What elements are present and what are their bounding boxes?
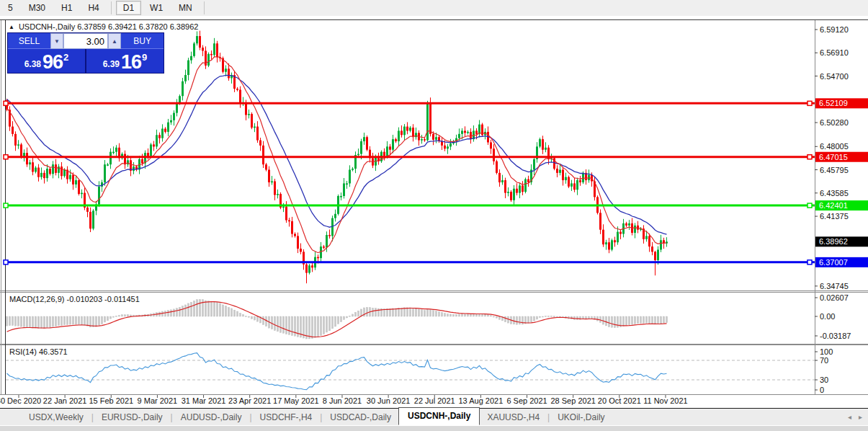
chart-ohlc-values: 6.37859 6.39421 6.37820 6.38962	[77, 22, 198, 31]
spin-up-icon: ▲	[112, 38, 117, 45]
tab-scroll-left-icon[interactable]: ◂	[848, 413, 851, 421]
timeframe-button-5[interactable]: 5	[1, 1, 20, 15]
svg-text:6.54700: 6.54700	[820, 72, 849, 81]
toolbar-separator	[111, 1, 112, 14]
svg-text:0.02607: 0.02607	[820, 293, 849, 302]
svg-text:28 Sep 2021: 28 Sep 2021	[550, 396, 595, 405]
one-click-trade-panel: SELL ▼ ▲ BUY 6.38 96 2 6.39 16 9	[7, 32, 164, 74]
svg-text:13 Aug 2021: 13 Aug 2021	[459, 396, 504, 405]
svg-text:6.42401: 6.42401	[819, 201, 848, 210]
tab-separator: |	[249, 412, 251, 422]
collapse-chart-icon[interactable]: ▲	[9, 24, 14, 30]
chart-title: ▲USDCNH-,Daily 6.37859 6.39421 6.37820 6…	[9, 22, 198, 31]
svg-text:30 Dec 2020: 30 Dec 2020	[0, 396, 41, 405]
svg-text:6 Sep 2021: 6 Sep 2021	[506, 396, 547, 405]
svg-text:23 Apr 2021: 23 Apr 2021	[228, 396, 271, 405]
buy-price-display[interactable]: 6.39 16 9	[85, 49, 164, 73]
tab-ukoil-daily[interactable]: UKOil-,Daily	[550, 410, 612, 425]
svg-text:22 Jan 2021: 22 Jan 2021	[43, 396, 87, 405]
svg-text:20 Oct 2021: 20 Oct 2021	[598, 396, 641, 405]
svg-text:8 Jun 2021: 8 Jun 2021	[323, 396, 362, 405]
timeframe-button-h4[interactable]: H4	[81, 1, 106, 15]
tab-audusd-daily[interactable]: AUDUSD-,Daily	[174, 410, 249, 425]
tab-eurusd-daily[interactable]: EURUSD-,Daily	[94, 410, 170, 425]
svg-text:6.38962: 6.38962	[819, 237, 848, 246]
svg-text:30 Jun 2021: 30 Jun 2021	[367, 396, 411, 405]
sell-price-big: 96	[42, 53, 63, 71]
svg-text:17 May 2021: 17 May 2021	[273, 396, 319, 405]
svg-text:22 Jul 2021: 22 Jul 2021	[414, 396, 455, 405]
buy-price-sup: 9	[142, 52, 147, 63]
svg-text:70: 70	[820, 356, 828, 365]
svg-text:6.48005: 6.48005	[820, 142, 849, 151]
tab-separator: |	[547, 412, 550, 422]
svg-text:6.52109: 6.52109	[819, 99, 848, 107]
tab-usdcad-daily[interactable]: USDCAD-,Daily	[323, 410, 398, 425]
tab-usdx-weekly[interactable]: USDX,Weekly	[22, 410, 91, 425]
date-axis: 30 Dec 202022 Jan 202115 Feb 20219 Mar 2…	[0, 395, 688, 405]
mt4-window: 5M30H1H4D1W1MN 6.591206.569106.547006.50…	[0, 0, 868, 431]
svg-text:0.00: 0.00	[820, 312, 835, 321]
svg-text:30: 30	[820, 376, 828, 384]
svg-text:6.43585: 6.43585	[820, 189, 849, 197]
tab-separator: |	[91, 412, 94, 422]
tabs-container: USDX,Weekly|EURUSD-,Daily|AUDUSD-,Daily|…	[22, 409, 612, 425]
svg-text:6.47015: 6.47015	[819, 153, 848, 161]
rsi-indicator-label: RSI(14) 46.3571	[9, 347, 68, 356]
sell-price-small: 6.38	[24, 59, 41, 69]
timeframe-toolbar: 5M30H1H4D1W1MN	[0, 0, 868, 17]
timeframe-button-d1[interactable]: D1	[116, 1, 141, 15]
timeframe-button-w1[interactable]: W1	[143, 1, 170, 15]
lot-decrease-button[interactable]: ▼	[50, 33, 63, 49]
buy-price-big: 16	[121, 53, 141, 71]
status-strip	[0, 425, 868, 431]
svg-text:9 Mar 2021: 9 Mar 2021	[138, 396, 178, 405]
svg-text:0: 0	[820, 386, 824, 394]
buy-button[interactable]: BUY	[121, 33, 164, 49]
svg-text:6.41375: 6.41375	[820, 212, 849, 221]
timeframe-button-mn[interactable]: MN	[171, 1, 200, 15]
lot-increase-button[interactable]: ▲	[108, 33, 121, 49]
sell-price-sup: 2	[63, 52, 68, 63]
sell-price-display[interactable]: 6.38 96 2	[8, 49, 85, 73]
tab-separator: |	[171, 412, 173, 422]
chart-symbol-label: USDCNH-,Daily	[19, 22, 75, 31]
svg-text:6.50280: 6.50280	[820, 118, 849, 127]
svg-text:6.34745: 6.34745	[820, 282, 849, 290]
tab-separator: |	[320, 412, 322, 422]
macd-indicator-label: MACD(12,26,9) -0.010203 -0.011451	[9, 295, 140, 303]
buy-price-small: 6.39	[103, 59, 120, 69]
svg-text:15 Feb 2021: 15 Feb 2021	[89, 396, 133, 405]
tab-scroll-arrows: ◂ ▸	[848, 413, 862, 421]
svg-text:100: 100	[820, 347, 833, 356]
svg-text:6.59120: 6.59120	[820, 25, 849, 34]
tab-xauusd-h4[interactable]: XAUUSD-,H4	[480, 410, 547, 425]
svg-text:11 Nov 2021: 11 Nov 2021	[643, 396, 688, 405]
svg-text:-0.03187: -0.03187	[820, 332, 851, 340]
toolbar-separator	[204, 1, 205, 14]
tab-scroll-right-icon[interactable]: ▸	[859, 413, 862, 421]
svg-text:6.45795: 6.45795	[820, 166, 849, 174]
spin-down-icon: ▼	[54, 38, 60, 45]
svg-text:31 Mar 2021: 31 Mar 2021	[182, 396, 226, 405]
timeframe-button-m30[interactable]: M30	[22, 1, 53, 15]
timeframe-button-h1[interactable]: H1	[54, 1, 79, 15]
lot-size-input[interactable]	[63, 33, 108, 49]
sell-button[interactable]: SELL	[8, 33, 50, 49]
svg-text:6.56910: 6.56910	[820, 48, 849, 57]
tab-usdchf-h4[interactable]: USDCHF-,H4	[253, 410, 320, 425]
chart-tab-bar: USDX,Weekly|EURUSD-,Daily|AUDUSD-,Daily|…	[0, 408, 868, 425]
svg-text:6.37007: 6.37007	[819, 258, 848, 267]
tab-usdcnh-daily[interactable]: USDCNH-,Daily	[398, 407, 480, 425]
